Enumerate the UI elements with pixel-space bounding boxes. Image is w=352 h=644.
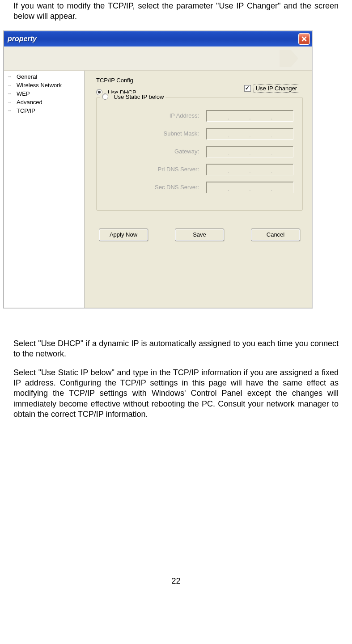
post-paragraph-1: Select "Use DHCP" if a dynamic IP is aut… <box>13 339 339 360</box>
pri-dns-input[interactable]: . . . <box>206 164 293 175</box>
gateway-label: Gateway: <box>141 148 199 155</box>
window-header-strip <box>4 47 312 71</box>
radio-use-static[interactable] <box>102 93 108 100</box>
panel-heading: TCP/IP Config <box>96 77 303 84</box>
tree-connector-icon: ···· <box>8 83 17 88</box>
close-button[interactable] <box>298 33 310 45</box>
dot-icon: . <box>271 115 272 120</box>
titlebar: property <box>4 31 312 47</box>
apply-now-button[interactable]: Apply Now <box>99 229 148 241</box>
close-icon <box>301 36 307 42</box>
pri-dns-row: Pri DNS Server: . . . <box>106 164 293 175</box>
tree-connector-icon: ···· <box>8 108 17 113</box>
radio-use-static-label: Use Static IP below <box>114 93 164 100</box>
page-number: 22 <box>13 576 339 586</box>
sec-dns-label: Sec DNS Server: <box>141 184 199 191</box>
sec-dns-input[interactable]: . . . <box>206 182 293 193</box>
property-window: property ···· General ···· Wireless Netw… <box>4 31 312 308</box>
sidebar-item-label: General <box>17 73 37 80</box>
button-row: Apply Now Save Cancel <box>96 229 303 241</box>
dot-icon: . <box>250 187 251 192</box>
sidebar-item-wep[interactable]: ···· WEP <box>4 89 84 98</box>
dot-icon: . <box>228 115 229 120</box>
dot-icon: . <box>228 169 229 174</box>
pri-dns-label: Pri DNS Server: <box>141 166 199 173</box>
main-panel: TCP/IP Config ✓ Use IP Changer Use DHCP … <box>85 71 312 308</box>
intro-paragraph: If you want to modify the TCP/IP, select… <box>13 1 339 22</box>
dot-icon: . <box>271 169 272 174</box>
cancel-button[interactable]: Cancel <box>251 229 300 241</box>
window-title: property <box>8 35 37 43</box>
sidebar-item-advanced[interactable]: ···· Advanced <box>4 98 84 106</box>
gateway-input[interactable]: . . . <box>206 146 293 157</box>
dot-icon: . <box>250 151 251 156</box>
gateway-row: Gateway: . . . <box>106 146 293 157</box>
sidebar-item-wireless[interactable]: ···· Wireless Network <box>4 81 84 89</box>
ip-address-row: IP Address: . . . <box>106 110 293 122</box>
ip-address-label: IP Address: <box>141 112 199 119</box>
radio-use-static-row[interactable]: Use Static IP below <box>100 93 165 100</box>
sidebar: ···· General ···· Wireless Network ···· … <box>4 71 85 308</box>
tree-connector-icon: ···· <box>8 100 17 105</box>
use-ip-changer-checkbox[interactable]: ✓ <box>244 85 251 92</box>
tree-connector-icon: ···· <box>8 74 17 79</box>
use-ip-changer-option[interactable]: ✓ Use IP Changer <box>244 84 299 93</box>
sidebar-item-label: WEP <box>17 90 30 97</box>
post-paragraph-2: Select "Use Static IP below" and type in… <box>13 368 339 420</box>
subnet-mask-input[interactable]: . . . <box>206 128 293 140</box>
dot-icon: . <box>271 133 272 138</box>
dot-icon: . <box>250 115 251 120</box>
use-ip-changer-label: Use IP Changer <box>254 84 299 93</box>
dot-icon: . <box>228 187 229 192</box>
dot-icon: . <box>271 151 272 156</box>
dot-icon: . <box>250 133 251 138</box>
sidebar-item-label: TCP/IP <box>17 107 35 114</box>
sec-dns-row: Sec DNS Server: . . . <box>106 182 293 193</box>
save-button[interactable]: Save <box>175 229 224 241</box>
sidebar-item-tcpip[interactable]: ···· TCP/IP <box>4 106 84 115</box>
dot-icon: . <box>228 151 229 156</box>
dot-icon: . <box>228 133 229 138</box>
ip-address-input[interactable]: . . . <box>206 110 293 122</box>
sidebar-item-general[interactable]: ···· General <box>4 72 84 81</box>
subnet-mask-label: Subnet Mask: <box>141 130 199 137</box>
static-ip-groupbox: Use Static IP below IP Address: . . . Su… <box>96 97 303 211</box>
tree-connector-icon: ···· <box>8 91 17 96</box>
sidebar-item-label: Wireless Network <box>17 82 62 89</box>
subnet-mask-row: Subnet Mask: . . . <box>106 128 293 140</box>
dot-icon: . <box>271 187 272 192</box>
sidebar-item-label: Advanced <box>17 99 42 106</box>
dot-icon: . <box>250 169 251 174</box>
